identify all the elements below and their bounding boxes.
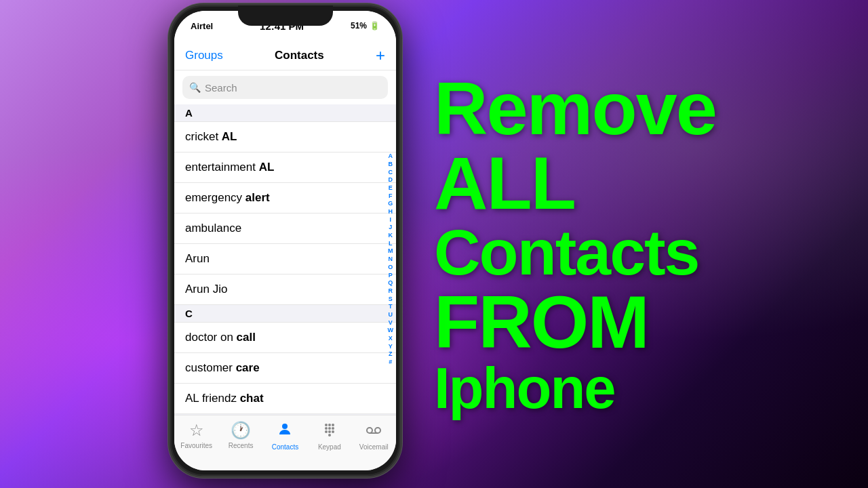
alpha-p[interactable]: P (389, 272, 393, 280)
svg-point-1 (325, 424, 328, 426)
contact-row[interactable]: doctor on call (174, 323, 396, 353)
contact-bold: care (236, 361, 260, 374)
alpha-x[interactable]: X (389, 335, 393, 343)
alpha-hash[interactable]: # (389, 359, 392, 367)
tab-bar: ☆ Favourites 🕐 Recents (174, 415, 396, 470)
alpha-j[interactable]: J (389, 224, 392, 232)
svg-point-0 (282, 424, 288, 429)
battery-label: 51% 🔋 (351, 21, 380, 30)
contact-row[interactable]: emergency alert (174, 183, 396, 214)
tab-favourites[interactable]: ☆ Favourites (178, 421, 215, 449)
carrier-label: Airtel (191, 21, 213, 31)
alpha-b[interactable]: B (389, 161, 393, 169)
contact-row[interactable]: entertainment AL (174, 152, 396, 183)
tab-favourites-label: Favourites (180, 442, 212, 449)
alpha-o[interactable]: O (388, 264, 393, 272)
alpha-c[interactable]: C (389, 169, 393, 177)
alpha-q[interactable]: Q (388, 279, 393, 287)
search-icon: 🔍 (189, 82, 201, 93)
contact-row[interactable]: ambulance (174, 214, 396, 244)
alpha-d[interactable]: D (389, 176, 393, 184)
alphabet-index[interactable]: A B C D E F G H I J K L M N O (388, 104, 394, 415)
svg-point-4 (325, 427, 328, 430)
alpha-a[interactable]: A (389, 152, 393, 161)
tab-voicemail[interactable]: Voicemail (355, 421, 393, 451)
phone-notch (238, 5, 333, 26)
favourites-icon: ☆ (189, 421, 204, 440)
contacts-list: A cricket AL entertainment AL emergency … (174, 104, 396, 415)
section-header-d: D (174, 414, 396, 415)
overlay-text-block: Remove ALL Contacts FROM Iphone (407, 0, 868, 488)
overlay-line-5: Iphone (434, 359, 615, 417)
alpha-g[interactable]: G (388, 200, 393, 208)
alpha-m[interactable]: M (388, 247, 393, 256)
phone-device: Airtel 12:41 PM 51% 🔋 Groups Contacts + (168, 3, 402, 478)
alpha-s[interactable]: S (389, 296, 393, 304)
keypad-icon (321, 421, 338, 441)
overlay-line-1: Remove (434, 71, 716, 146)
alpha-l[interactable]: L (389, 240, 393, 248)
alpha-u[interactable]: U (389, 311, 393, 319)
groups-button[interactable]: Groups (185, 49, 223, 62)
contact-bold: chat (240, 392, 264, 405)
alpha-t[interactable]: T (389, 303, 393, 311)
svg-point-8 (328, 430, 331, 433)
alpha-h[interactable]: H (389, 208, 393, 216)
overlay-line-2: ALL (434, 146, 575, 220)
alpha-f[interactable]: F (389, 192, 393, 201)
alpha-k[interactable]: K (389, 232, 393, 240)
tab-voicemail-label: Voicemail (359, 443, 389, 451)
contact-bold: AL (259, 161, 275, 174)
alpha-n[interactable]: N (389, 256, 393, 264)
alpha-e[interactable]: E (389, 184, 393, 192)
tab-recents[interactable]: 🕐 Recents (222, 421, 260, 449)
tab-recents-label: Recents (229, 442, 254, 449)
svg-point-7 (325, 430, 328, 433)
contact-bold: alert (245, 191, 270, 204)
search-input[interactable]: Search (205, 82, 237, 94)
contact-row[interactable]: Arun (174, 244, 396, 274)
phone-frame: Airtel 12:41 PM 51% 🔋 Groups Contacts + (168, 3, 402, 478)
contact-row[interactable]: cricket AL (174, 122, 396, 152)
alpha-w[interactable]: W (388, 327, 394, 335)
battery-icon: 🔋 (370, 21, 380, 30)
phone-screen: Airtel 12:41 PM 51% 🔋 Groups Contacts + (174, 11, 396, 470)
contact-bold: call (237, 331, 256, 344)
nav-bar: Groups Contacts + (174, 41, 396, 70)
tab-contacts[interactable]: Contacts (267, 421, 304, 451)
svg-point-9 (332, 430, 334, 433)
overlay-line-4: FROM (434, 285, 648, 359)
svg-point-2 (328, 424, 331, 426)
contacts-scroll-area[interactable]: A cricket AL entertainment AL emergency … (174, 104, 396, 415)
search-bar[interactable]: 🔍 Search (182, 76, 388, 99)
contact-row[interactable]: Arun Jio (174, 274, 396, 305)
alpha-r[interactable]: R (389, 287, 393, 296)
contact-bold: AL (222, 130, 237, 143)
page-title: Contacts (275, 49, 324, 62)
contact-row[interactable]: AL friendz chat (174, 384, 396, 414)
tab-keypad[interactable]: Keypad (311, 421, 348, 451)
svg-point-5 (328, 427, 331, 430)
svg-point-10 (328, 434, 331, 436)
svg-point-12 (375, 428, 380, 433)
tab-keypad-label: Keypad (318, 443, 341, 451)
voicemail-icon (366, 421, 382, 441)
alpha-z[interactable]: Z (389, 350, 393, 359)
add-contact-button[interactable]: + (376, 46, 385, 65)
battery-percent: 51% (351, 21, 367, 30)
contacts-icon (277, 421, 293, 441)
contact-row[interactable]: customer care (174, 353, 396, 384)
section-header-a: A (174, 104, 396, 122)
overlay-line-3: Contacts (434, 220, 698, 285)
alpha-v[interactable]: V (389, 319, 393, 327)
svg-point-3 (332, 424, 334, 426)
tab-contacts-label: Contacts (272, 443, 298, 451)
alpha-i[interactable]: I (389, 216, 391, 224)
svg-point-6 (332, 427, 334, 430)
svg-point-11 (367, 428, 372, 433)
recents-icon: 🕐 (231, 421, 251, 440)
alpha-y[interactable]: Y (389, 343, 393, 351)
search-bar-container: 🔍 Search (174, 70, 396, 104)
section-header-c: C (174, 305, 396, 323)
